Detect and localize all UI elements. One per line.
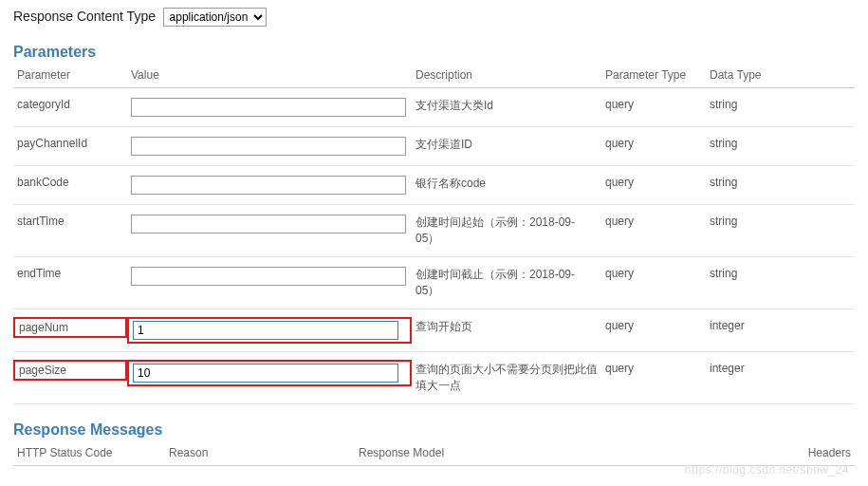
highlight-box bbox=[127, 360, 412, 386]
param-input[interactable] bbox=[133, 364, 398, 383]
col-data-type: Data Type bbox=[706, 63, 855, 88]
parameters-heading: Parameters bbox=[13, 44, 855, 61]
param-type: query bbox=[605, 362, 634, 375]
param-description: 支付渠道大类Id bbox=[416, 99, 493, 112]
param-description: 支付渠道ID bbox=[416, 138, 472, 151]
col-parameter-type: Parameter Type bbox=[601, 63, 706, 88]
param-input[interactable] bbox=[131, 137, 406, 156]
col-response-model: Response Model bbox=[355, 440, 750, 466]
param-row: pageSize查询的页面大小不需要分页则把此值填大一点queryinteger bbox=[13, 352, 855, 404]
param-type: query bbox=[605, 176, 634, 189]
data-type: string bbox=[710, 98, 737, 111]
param-input[interactable] bbox=[131, 176, 406, 195]
param-type: query bbox=[605, 137, 634, 150]
parameters-table: Parameter Value Description Parameter Ty… bbox=[13, 63, 855, 404]
param-name: categoryId bbox=[17, 98, 70, 111]
param-row: payChannelId支付渠道IDquerystring bbox=[13, 127, 855, 166]
param-description: 银行名称code bbox=[416, 177, 486, 190]
col-http-status: HTTP Status Code bbox=[13, 440, 165, 466]
col-reason: Reason bbox=[165, 440, 355, 466]
param-row: startTime创建时间起始（示例：2018-09-05）querystrin… bbox=[13, 205, 855, 257]
param-type: query bbox=[605, 267, 634, 280]
param-name: endTime bbox=[17, 267, 61, 280]
data-type: string bbox=[710, 176, 737, 189]
data-type: integer bbox=[710, 362, 745, 375]
param-type: query bbox=[605, 319, 634, 332]
data-type: string bbox=[710, 267, 737, 280]
param-input[interactable] bbox=[131, 98, 406, 117]
param-row: bankCode银行名称codequerystring bbox=[13, 166, 855, 205]
response-content-type-select[interactable]: application/json bbox=[163, 8, 267, 27]
param-name: startTime bbox=[17, 215, 65, 228]
data-type: string bbox=[710, 137, 737, 150]
param-description: 创建时间起始（示例：2018-09-05） bbox=[416, 215, 575, 245]
col-parameter: Parameter bbox=[13, 63, 127, 88]
param-name: payChannelId bbox=[17, 137, 87, 150]
response-messages-heading: Response Messages bbox=[13, 421, 855, 439]
data-type: integer bbox=[710, 319, 745, 332]
param-input[interactable] bbox=[131, 215, 406, 234]
param-input[interactable] bbox=[131, 267, 406, 286]
col-headers: Headers bbox=[750, 440, 855, 466]
highlight-box: pageSize bbox=[13, 360, 127, 381]
param-name: pageSize bbox=[19, 364, 66, 377]
param-name: bankCode bbox=[17, 176, 69, 189]
param-row: endTime创建时间截止（示例：2018-09-05）querystring bbox=[13, 257, 855, 309]
col-value: Value bbox=[127, 63, 412, 88]
param-type: query bbox=[605, 98, 634, 111]
response-content-type-label: Response Content Type bbox=[13, 9, 156, 24]
response-messages-table: HTTP Status Code Reason Response Model H… bbox=[13, 440, 855, 466]
param-type: query bbox=[605, 215, 634, 228]
param-name: pageNum bbox=[19, 321, 68, 334]
highlight-box: pageNum bbox=[13, 317, 127, 338]
highlight-box bbox=[127, 317, 412, 344]
data-type: string bbox=[710, 215, 737, 228]
param-description: 查询开始页 bbox=[416, 320, 472, 333]
param-row: categoryId支付渠道大类Idquerystring bbox=[13, 88, 855, 127]
param-input[interactable] bbox=[133, 321, 398, 340]
col-description: Description bbox=[412, 63, 601, 88]
param-description: 查询的页面大小不需要分页则把此值填大一点 bbox=[416, 363, 598, 392]
param-row: pageNum查询开始页queryinteger bbox=[13, 309, 855, 352]
response-content-type-row: Response Content Type application/json bbox=[13, 8, 855, 27]
param-description: 创建时间截止（示例：2018-09-05） bbox=[416, 268, 575, 297]
